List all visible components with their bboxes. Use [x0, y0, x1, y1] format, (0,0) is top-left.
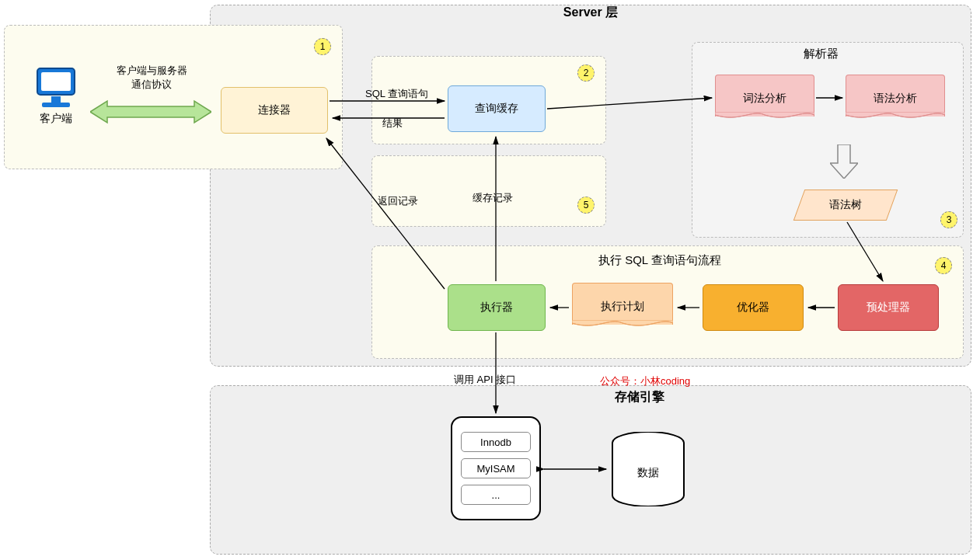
connector-node: 连接器: [221, 87, 328, 134]
executor-node: 执行器: [448, 284, 546, 331]
server-layer-title: Server 层: [563, 5, 618, 21]
parser-title: 解析器: [804, 47, 839, 61]
return-record-label: 返回记录: [378, 194, 418, 208]
lexer-label: 词法分析: [715, 92, 814, 106]
api-call-label: 调用 API 接口: [454, 373, 516, 387]
storage-layer-title: 存储引擎: [615, 389, 664, 405]
database-cylinder: 数据: [609, 432, 687, 506]
preprocessor-label: 预处理器: [867, 301, 910, 315]
engine-list: Innodb MyISAM ...: [451, 416, 541, 520]
badge-5: 5: [577, 197, 595, 214]
engine-more: ...: [461, 485, 531, 505]
sql-stmt-label: SQL 查询语句: [365, 87, 428, 101]
badge-2: 2: [577, 64, 595, 82]
syntax-tree-node: 语法树: [799, 190, 892, 221]
svg-rect-3: [42, 103, 70, 107]
watermark-label: 公众号：小林coding: [600, 374, 690, 388]
client-server-arrow: [90, 99, 211, 127]
svg-rect-1: [41, 72, 71, 91]
client-icon: 客户端: [34, 67, 78, 126]
optimizer-node: 优化器: [703, 284, 804, 331]
exec-plan-node: 执行计划: [572, 283, 673, 332]
exec-flow-title: 执行 SQL 查询语句流程: [598, 253, 721, 268]
engine-innodb: Innodb: [461, 432, 531, 452]
database-label: 数据: [637, 466, 659, 480]
svg-rect-2: [51, 96, 61, 103]
lexer-node: 词法分析: [715, 75, 814, 124]
preprocessor-node: 预处理器: [838, 284, 939, 331]
query-cache-label: 查询缓存: [475, 102, 518, 116]
badge-4: 4: [935, 257, 952, 274]
parser-down-arrow: [830, 144, 858, 181]
optimizer-label: 优化器: [737, 301, 769, 315]
exec-plan-label: 执行计划: [572, 300, 673, 314]
syntax-node: 语法分析: [846, 75, 945, 124]
svg-marker-5: [830, 144, 858, 179]
svg-marker-4: [90, 101, 211, 123]
query-cache-node: 查询缓存: [448, 85, 546, 132]
syntax-tree-label: 语法树: [829, 198, 862, 212]
executor-label: 执行器: [480, 301, 513, 315]
cache-record-label: 缓存记录: [473, 191, 513, 205]
result-label: 结果: [382, 117, 403, 130]
badge-1: 1: [314, 38, 331, 55]
client-label: 客户端: [40, 112, 72, 126]
storage-layer: 存储引擎: [210, 385, 971, 555]
comm-protocol-label: 客户端与服务器 通信协议: [93, 64, 210, 92]
badge-3: 3: [940, 211, 957, 228]
engine-myisam: MyISAM: [461, 458, 531, 478]
syntax-label: 语法分析: [846, 92, 945, 106]
connector-label: 连接器: [258, 103, 291, 117]
